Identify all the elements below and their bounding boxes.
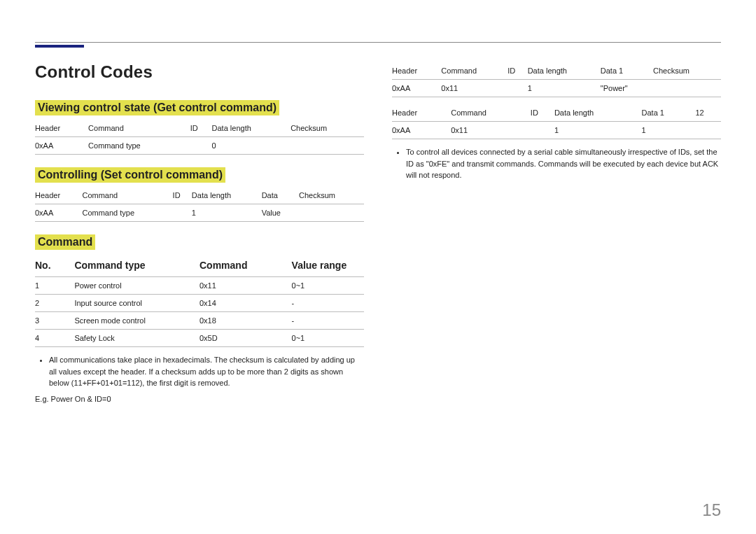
th-no: No. [35,254,74,277]
td: 0x5D [200,330,292,347]
th-range: Value range [292,254,364,277]
th: Data 1 [642,104,696,122]
td: Input source control [74,295,200,312]
th: ID [190,120,212,137]
th: Header [392,104,451,122]
table-example-1: Header Command ID Data length Data 1 Che… [392,62,721,97]
th: Data [262,187,299,204]
heading-viewing: Viewing control state (Get control comma… [35,100,279,115]
td [299,204,364,222]
th-type: Command type [74,254,200,277]
td: Power control [74,277,200,295]
td: 0x11 [441,80,507,97]
left-column: Control Codes Viewing control state (Get… [35,62,364,403]
table-command-list: No. Command type Command Value range 1 P… [35,254,364,347]
td [290,137,364,155]
td: Safety Lock [74,330,200,347]
table-row: 1 Power control 0x11 0~1 [35,277,364,295]
th: Checksum [290,120,364,137]
content-columns: Control Codes Viewing control state (Get… [35,62,721,403]
example-text: E.g. Power On & ID=0 [35,395,364,403]
td: 0~1 [292,277,364,295]
th: Checksum [653,62,721,80]
accent-bar [35,45,84,48]
table-get-command: Header Command ID Data length Checksum 0… [35,120,364,155]
heading-controlling: Controlling (Set control command) [35,167,225,183]
td [173,204,192,222]
td: Screen mode control [74,312,200,330]
th: Header [35,120,88,137]
th: Data length [554,104,642,122]
th-cmd: Command [200,254,292,277]
th: Data length [528,62,601,80]
th: Header [35,187,82,204]
table-row: 2 Input source control 0x14 - [35,295,364,312]
td: Value [262,204,299,222]
td: 0x11 [451,122,531,139]
td: - [292,295,364,312]
td: 1 [642,122,696,139]
td: Command type [88,137,190,155]
heading-command: Command [35,234,95,250]
td: 4 [35,330,74,347]
table-row: 4 Safety Lock 0x5D 0~1 [35,330,364,347]
th: ID [531,104,554,122]
td: 0 [212,137,291,155]
td: 2 [35,295,74,312]
td: 0x11 [200,277,292,295]
th: Checksum [299,187,364,204]
td [695,122,721,139]
th: Header [392,62,441,80]
right-column: Header Command ID Data length Data 1 Che… [392,62,721,403]
td: 0xAA [392,80,441,97]
td: "Power" [601,80,653,97]
td: 0~1 [292,330,364,347]
table-example-2: Header Command ID Data length Data 1 12 … [392,104,721,139]
td: Command type [82,204,172,222]
td: 0xAA [35,137,88,155]
td: 1 [35,277,74,295]
td: 0x14 [200,295,292,312]
checksum-note: All communications take place in hexadec… [35,354,364,389]
th: Command [451,104,531,122]
list-item: To control all devices connected by a se… [406,146,721,181]
th: Data length [192,187,262,204]
th: Command [82,187,172,204]
th: ID [507,62,527,80]
table-set-command: Header Command ID Data length Data Check… [35,187,364,222]
th: Command [88,120,190,137]
th: Command [441,62,507,80]
th: Data length [212,120,291,137]
th: ID [173,187,192,204]
td: - [292,312,364,330]
broadcast-note: To control all devices connected by a se… [392,146,721,181]
page-number: 15 [702,500,721,520]
th: Data 1 [601,62,653,80]
td [531,122,554,139]
td: 0x18 [200,312,292,330]
table-row: 3 Screen mode control 0x18 - [35,312,364,330]
page-title: Control Codes [35,62,364,82]
td: 0xAA [35,204,82,222]
td: 1 [192,204,262,222]
td [507,80,527,97]
td: 3 [35,312,74,330]
th: 12 [695,104,721,122]
list-item: All communications take place in hexadec… [49,354,364,389]
td: 1 [554,122,642,139]
td: 0xAA [392,122,451,139]
td [653,80,721,97]
td [190,137,212,155]
top-rule [35,42,721,43]
td: 1 [528,80,601,97]
